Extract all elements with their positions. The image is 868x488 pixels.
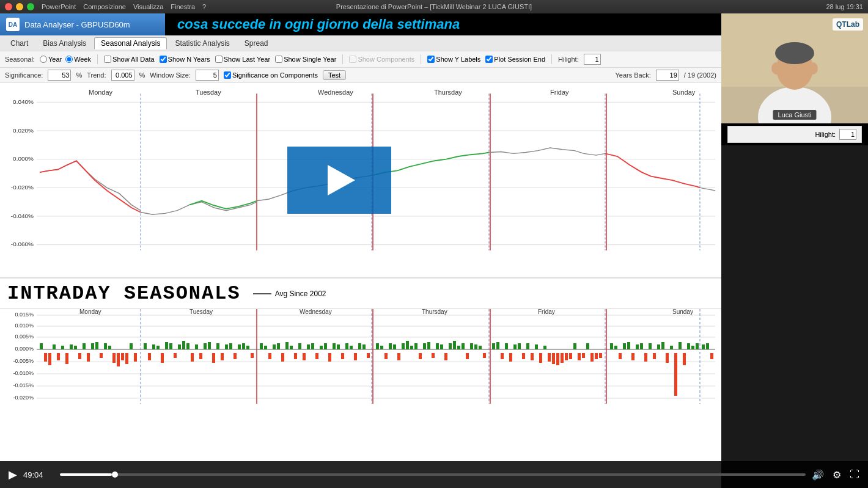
show-single-year-check[interactable]: Show Single Year (275, 56, 336, 63)
maximize-button[interactable] (27, 3, 34, 10)
menu-help[interactable]: ? (202, 3, 206, 10)
show-single-year-label: Show Single Year (284, 56, 336, 63)
tab-statistic-analysis[interactable]: Statistic Analysis (168, 37, 236, 49)
lower-chart: 0.015% 0.010% 0.005% 0.000% -0.005% -0.0… (0, 309, 721, 407)
fullscreen-icon[interactable]: ⛶ (850, 469, 859, 481)
show-last-year-check[interactable]: Show Last Year (215, 56, 270, 63)
svg-rect-142 (402, 343, 405, 349)
svg-rect-163 (496, 342, 499, 349)
test-button[interactable]: Test (323, 70, 346, 80)
window-label: Window Size: (150, 71, 191, 79)
svg-rect-160 (479, 346, 482, 349)
svg-rect-198 (653, 353, 656, 359)
tab-chart[interactable]: Chart (4, 37, 35, 49)
svg-rect-197 (649, 343, 652, 349)
radio-week[interactable]: Week (65, 56, 91, 63)
svg-rect-199 (657, 344, 660, 349)
svg-rect-66 (61, 346, 64, 349)
app-header: DA Data Analyser - GBPUSD60m cosa succed… (0, 13, 721, 35)
close-button[interactable] (5, 3, 12, 10)
svg-rect-135 (367, 353, 370, 358)
svg-rect-150 (436, 343, 439, 349)
svg-rect-69 (74, 346, 77, 349)
hilight-right-input[interactable] (839, 129, 856, 140)
trend-input[interactable] (111, 70, 134, 81)
plot-session-end-check[interactable]: Plot Session End (485, 56, 545, 63)
show-single-year-input[interactable] (275, 56, 282, 63)
menu-composizione[interactable]: Composizione (83, 3, 126, 10)
svg-rect-180 (569, 353, 572, 359)
minimize-button[interactable] (16, 3, 23, 10)
radio-week-input[interactable] (65, 56, 73, 63)
hilight-input[interactable] (584, 54, 601, 65)
play-pause-button[interactable]: ▶ (9, 468, 17, 481)
volume-icon[interactable]: 🔊 (812, 469, 824, 481)
svg-rect-74 (95, 342, 98, 349)
settings-icon[interactable]: ⚙ (833, 469, 841, 481)
tab-spread[interactable]: Spread (238, 37, 275, 49)
svg-rect-124 (320, 346, 323, 349)
player-controls: 🔊 ⚙ ⛶ (812, 469, 859, 481)
progress-bar[interactable] (60, 473, 806, 476)
svg-rect-85 (148, 353, 151, 360)
tab-seasonal-analysis[interactable]: Seasonal Analysis (94, 37, 167, 49)
svg-text:Thursday: Thursday (434, 89, 463, 97)
svg-text:0.010%: 0.010% (15, 322, 34, 329)
tab-bias-analysis[interactable]: Bias Analysis (36, 37, 93, 49)
window-input[interactable] (196, 70, 219, 81)
svg-rect-82 (130, 343, 133, 349)
years-back-input[interactable] (656, 70, 679, 81)
svg-rect-174 (543, 346, 546, 349)
svg-rect-87 (156, 346, 160, 349)
svg-rect-102 (221, 353, 224, 360)
show-all-data-label: Show All Data (112, 56, 154, 63)
show-y-labels-input[interactable] (427, 56, 435, 63)
svg-rect-86 (152, 344, 155, 349)
intraday-seasonals-title: INTRADAY SEASONALS (7, 282, 241, 305)
menu-visualizza[interactable]: Visualizza (133, 3, 163, 10)
svg-text:0.000%: 0.000% (13, 156, 34, 162)
show-n-years-input[interactable] (160, 56, 167, 63)
lower-chart-svg: 0.015% 0.010% 0.005% 0.000% -0.005% -0.0… (0, 309, 721, 407)
svg-rect-151 (440, 344, 443, 349)
svg-rect-78 (112, 353, 116, 363)
radio-year-input[interactable] (40, 56, 47, 63)
trend-unit: % (139, 71, 145, 79)
svg-rect-75 (100, 353, 103, 358)
sig-on-components-check[interactable]: Significance on Components (224, 71, 318, 79)
show-y-labels-check[interactable]: Show Y Labels (427, 56, 480, 63)
play-triangle-icon (328, 165, 355, 195)
svg-text:0.005%: 0.005% (15, 333, 34, 340)
years-back-total: / 19 (2002) (684, 71, 716, 79)
plot-session-end-input[interactable] (485, 56, 493, 63)
show-n-years-check[interactable]: Show N Years (160, 56, 210, 63)
controls-row2: Significance: % Trend: % Window Size: Si… (0, 68, 721, 83)
svg-text:0.020%: 0.020% (13, 127, 34, 134)
show-last-year-label: Show Last Year (224, 56, 270, 63)
significance-label: Significance: (5, 71, 43, 79)
svg-rect-107 (242, 343, 245, 349)
svg-rect-152 (444, 353, 447, 360)
qtlab-logo: QTLab (833, 18, 863, 31)
sig-on-components-input[interactable] (224, 71, 231, 79)
show-components-check[interactable]: Show Components (349, 56, 414, 63)
show-last-year-input[interactable] (215, 56, 223, 63)
show-all-data-check[interactable]: Show All Data (104, 56, 154, 63)
play-overlay-button[interactable] (287, 147, 391, 214)
svg-rect-167 (513, 344, 517, 349)
radio-year[interactable]: Year (40, 56, 62, 63)
app-title: Data Analyser - GBPUSD60m (24, 20, 130, 29)
tabs-bar: Chart Bias Analysis Seasonal Analysis St… (0, 35, 721, 51)
svg-rect-181 (573, 343, 576, 349)
svg-rect-190 (619, 353, 622, 359)
svg-rect-98 (204, 343, 207, 349)
menu-finestra[interactable]: Finestra (171, 3, 195, 10)
svg-rect-156 (462, 343, 465, 349)
trend-label: Trend: (87, 71, 106, 79)
svg-rect-203 (674, 353, 677, 396)
significance-input[interactable] (48, 70, 71, 81)
svg-text:0.015%: 0.015% (15, 311, 34, 318)
show-all-data-input[interactable] (104, 56, 111, 63)
presenter-name: Luca Giusti (778, 111, 811, 118)
svg-rect-110 (260, 343, 263, 349)
